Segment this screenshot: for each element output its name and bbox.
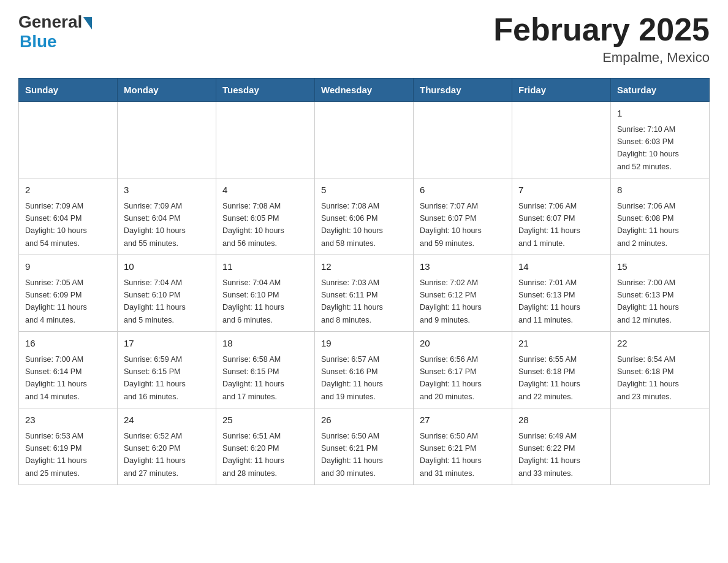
day-info: Sunrise: 7:09 AMSunset: 6:04 PMDaylight:… <box>25 202 87 248</box>
day-info: Sunrise: 6:49 AMSunset: 6:22 PMDaylight:… <box>518 432 580 478</box>
week-row-3: 9Sunrise: 7:05 AMSunset: 6:09 PMDaylight… <box>19 255 710 332</box>
week-row-1: 1Sunrise: 7:10 AMSunset: 6:03 PMDaylight… <box>19 102 710 178</box>
logo-general-text: General <box>18 12 82 32</box>
day-number: 24 <box>124 413 210 427</box>
calendar-cell: 20Sunrise: 6:56 AMSunset: 6:17 PMDayligh… <box>414 332 512 408</box>
day-number: 7 <box>518 183 604 197</box>
day-number: 4 <box>222 183 308 197</box>
day-header-sunday: Sunday <box>19 79 118 102</box>
calendar-cell: 6Sunrise: 7:07 AMSunset: 6:07 PMDaylight… <box>414 178 512 255</box>
day-info: Sunrise: 6:50 AMSunset: 6:21 PMDaylight:… <box>420 432 482 478</box>
calendar-cell: 4Sunrise: 7:08 AMSunset: 6:05 PMDaylight… <box>216 178 315 255</box>
calendar-cell: 11Sunrise: 7:04 AMSunset: 6:10 PMDayligh… <box>216 255 315 332</box>
day-header-thursday: Thursday <box>414 79 512 102</box>
day-number: 26 <box>321 413 407 427</box>
week-row-5: 23Sunrise: 6:53 AMSunset: 6:19 PMDayligh… <box>19 408 710 485</box>
day-info: Sunrise: 6:55 AMSunset: 6:18 PMDaylight:… <box>518 355 580 401</box>
day-info: Sunrise: 7:04 AMSunset: 6:10 PMDaylight:… <box>222 278 284 324</box>
calendar-cell: 1Sunrise: 7:10 AMSunset: 6:03 PMDaylight… <box>611 102 710 178</box>
calendar-cell: 25Sunrise: 6:51 AMSunset: 6:20 PMDayligh… <box>216 408 315 485</box>
day-info: Sunrise: 7:00 AMSunset: 6:13 PMDaylight:… <box>617 278 679 324</box>
day-number: 19 <box>321 337 407 351</box>
day-number: 5 <box>321 183 407 197</box>
calendar-header-row: SundayMondayTuesdayWednesdayThursdayFrid… <box>19 79 710 102</box>
calendar-cell: 28Sunrise: 6:49 AMSunset: 6:22 PMDayligh… <box>512 408 611 485</box>
title-block: February 2025 Empalme, Mexico <box>493 12 710 66</box>
day-number: 18 <box>222 337 308 351</box>
day-info: Sunrise: 7:08 AMSunset: 6:05 PMDaylight:… <box>222 202 284 248</box>
day-number: 27 <box>420 413 506 427</box>
calendar-cell <box>512 102 611 178</box>
calendar-cell: 9Sunrise: 7:05 AMSunset: 6:09 PMDaylight… <box>19 255 118 332</box>
calendar-cell: 19Sunrise: 6:57 AMSunset: 6:16 PMDayligh… <box>315 332 414 408</box>
day-number: 22 <box>617 337 703 351</box>
calendar-cell: 14Sunrise: 7:01 AMSunset: 6:13 PMDayligh… <box>512 255 611 332</box>
day-number: 13 <box>420 260 506 274</box>
day-number: 8 <box>617 183 703 197</box>
calendar-cell: 15Sunrise: 7:00 AMSunset: 6:13 PMDayligh… <box>611 255 710 332</box>
calendar-cell <box>118 102 216 178</box>
day-number: 6 <box>420 183 506 197</box>
logo: General Blue <box>18 12 92 52</box>
calendar-cell: 13Sunrise: 7:02 AMSunset: 6:12 PMDayligh… <box>414 255 512 332</box>
day-number: 3 <box>124 183 210 197</box>
day-info: Sunrise: 6:57 AMSunset: 6:16 PMDaylight:… <box>321 355 383 401</box>
day-info: Sunrise: 6:56 AMSunset: 6:17 PMDaylight:… <box>420 355 482 401</box>
calendar-cell: 27Sunrise: 6:50 AMSunset: 6:21 PMDayligh… <box>414 408 512 485</box>
day-header-monday: Monday <box>118 79 216 102</box>
day-info: Sunrise: 7:09 AMSunset: 6:04 PMDaylight:… <box>124 202 186 248</box>
calendar-cell: 8Sunrise: 7:06 AMSunset: 6:08 PMDaylight… <box>611 178 710 255</box>
day-info: Sunrise: 6:53 AMSunset: 6:19 PMDaylight:… <box>25 432 87 478</box>
day-info: Sunrise: 7:06 AMSunset: 6:07 PMDaylight:… <box>518 202 580 248</box>
day-number: 10 <box>124 260 210 274</box>
day-info: Sunrise: 7:07 AMSunset: 6:07 PMDaylight:… <box>420 202 482 248</box>
calendar-table: SundayMondayTuesdayWednesdayThursdayFrid… <box>18 78 710 485</box>
day-number: 12 <box>321 260 407 274</box>
day-number: 17 <box>124 337 210 351</box>
calendar-subtitle: Empalme, Mexico <box>493 50 710 66</box>
day-info: Sunrise: 7:06 AMSunset: 6:08 PMDaylight:… <box>617 202 679 248</box>
day-header-wednesday: Wednesday <box>315 79 414 102</box>
calendar-cell <box>414 102 512 178</box>
calendar-cell: 26Sunrise: 6:50 AMSunset: 6:21 PMDayligh… <box>315 408 414 485</box>
calendar-cell <box>19 102 118 178</box>
day-info: Sunrise: 7:01 AMSunset: 6:13 PMDaylight:… <box>518 278 580 324</box>
day-header-tuesday: Tuesday <box>216 79 315 102</box>
calendar-cell: 24Sunrise: 6:52 AMSunset: 6:20 PMDayligh… <box>118 408 216 485</box>
day-number: 15 <box>617 260 703 274</box>
day-info: Sunrise: 6:58 AMSunset: 6:15 PMDaylight:… <box>222 355 284 401</box>
calendar-cell: 17Sunrise: 6:59 AMSunset: 6:15 PMDayligh… <box>118 332 216 408</box>
calendar-cell: 23Sunrise: 6:53 AMSunset: 6:19 PMDayligh… <box>19 408 118 485</box>
day-header-saturday: Saturday <box>611 79 710 102</box>
day-info: Sunrise: 7:10 AMSunset: 6:03 PMDaylight:… <box>617 125 679 171</box>
calendar-cell: 18Sunrise: 6:58 AMSunset: 6:15 PMDayligh… <box>216 332 315 408</box>
calendar-cell: 2Sunrise: 7:09 AMSunset: 6:04 PMDaylight… <box>19 178 118 255</box>
week-row-2: 2Sunrise: 7:09 AMSunset: 6:04 PMDaylight… <box>19 178 710 255</box>
calendar-cell: 10Sunrise: 7:04 AMSunset: 6:10 PMDayligh… <box>118 255 216 332</box>
week-row-4: 16Sunrise: 7:00 AMSunset: 6:14 PMDayligh… <box>19 332 710 408</box>
day-info: Sunrise: 6:51 AMSunset: 6:20 PMDaylight:… <box>222 432 284 478</box>
logo-blue-text: Blue <box>20 32 57 52</box>
day-number: 25 <box>222 413 308 427</box>
calendar-cell: 12Sunrise: 7:03 AMSunset: 6:11 PMDayligh… <box>315 255 414 332</box>
calendar-cell <box>315 102 414 178</box>
calendar-cell <box>216 102 315 178</box>
day-info: Sunrise: 7:04 AMSunset: 6:10 PMDaylight:… <box>124 278 186 324</box>
calendar-cell: 3Sunrise: 7:09 AMSunset: 6:04 PMDaylight… <box>118 178 216 255</box>
day-info: Sunrise: 7:08 AMSunset: 6:06 PMDaylight:… <box>321 202 383 248</box>
calendar-title: February 2025 <box>493 12 710 47</box>
page-header: General Blue February 2025 Empalme, Mexi… <box>18 12 710 66</box>
day-number: 9 <box>25 260 111 274</box>
day-info: Sunrise: 6:52 AMSunset: 6:20 PMDaylight:… <box>124 432 186 478</box>
day-number: 14 <box>518 260 604 274</box>
day-number: 11 <box>222 260 308 274</box>
calendar-cell: 21Sunrise: 6:55 AMSunset: 6:18 PMDayligh… <box>512 332 611 408</box>
logo-arrow-icon <box>83 17 92 29</box>
day-info: Sunrise: 6:59 AMSunset: 6:15 PMDaylight:… <box>124 355 186 401</box>
day-info: Sunrise: 6:50 AMSunset: 6:21 PMDaylight:… <box>321 432 383 478</box>
calendar-cell: 5Sunrise: 7:08 AMSunset: 6:06 PMDaylight… <box>315 178 414 255</box>
calendar-cell: 22Sunrise: 6:54 AMSunset: 6:18 PMDayligh… <box>611 332 710 408</box>
day-info: Sunrise: 7:03 AMSunset: 6:11 PMDaylight:… <box>321 278 383 324</box>
day-number: 2 <box>25 183 111 197</box>
day-info: Sunrise: 6:54 AMSunset: 6:18 PMDaylight:… <box>617 355 679 401</box>
